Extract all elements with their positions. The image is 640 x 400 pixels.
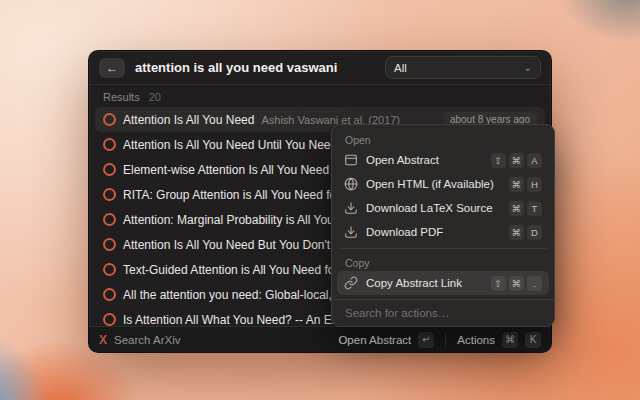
shortcut-key: ⇧: [491, 276, 506, 291]
arxiv-paper-icon: [103, 238, 116, 251]
menu-item-shortcut: ⇧⌘A: [491, 153, 543, 168]
menu-item[interactable]: Download LaTeX Source ⌘T: [337, 196, 549, 220]
menu-section-label: Open: [337, 130, 549, 148]
filter-value: All: [394, 62, 407, 74]
footer-bar: X Search ArXiv Open Abstract ↵ Actions ⌘…: [89, 326, 551, 352]
primary-action-label[interactable]: Open Abstract: [338, 334, 411, 346]
arxiv-paper-icon: [103, 188, 116, 201]
menu-item[interactable]: Copy Abstract Link ⇧⌘.: [337, 271, 549, 295]
arxiv-paper-icon: [103, 288, 116, 301]
arxiv-paper-icon: [103, 213, 116, 226]
shortcut-key: A: [527, 153, 542, 168]
result-title: Attention Is All You Need: [123, 113, 254, 127]
arxiv-paper-icon: [103, 313, 116, 326]
menu-item-shortcut: ⇧⌘.: [491, 276, 543, 291]
menu-divider: [339, 248, 547, 249]
menu-item-label: Download LaTeX Source: [366, 202, 501, 214]
back-arrow-icon: ←: [106, 61, 118, 75]
shortcut-key: ⇧: [491, 153, 506, 168]
shortcut-key: H: [527, 177, 542, 192]
actions-button[interactable]: Actions: [457, 334, 495, 346]
globe-icon: [344, 177, 358, 191]
menu-item[interactable]: Open HTML (if Available) ⌘H: [337, 172, 549, 196]
menu-item-shortcut: ⌘D: [509, 225, 543, 240]
menu-section-label: Copy: [337, 253, 549, 271]
menu-item-label: Copy Abstract Link: [366, 277, 483, 289]
menu-item-label: Open HTML (if Available): [366, 178, 501, 190]
cmd-key-icon: ⌘: [502, 332, 518, 348]
enter-key-icon: ↵: [418, 332, 434, 348]
search-bar: ← attention is all you need vaswani All …: [89, 51, 551, 84]
results-label: Results: [103, 91, 140, 103]
menu-item-label: Download PDF: [366, 226, 501, 238]
arxiv-paper-icon: [103, 263, 116, 276]
k-key-icon: K: [525, 332, 541, 348]
arxiv-paper-icon: [103, 113, 116, 126]
download-icon: [344, 225, 358, 239]
link-icon: [344, 276, 358, 290]
filter-dropdown[interactable]: All ⌄: [385, 56, 541, 79]
arxiv-paper-icon: [103, 138, 116, 151]
footer-divider: [445, 333, 446, 346]
actions-search: [332, 299, 554, 326]
arxiv-logo-icon: X: [99, 333, 107, 347]
actions-menu-body: Open Open Abstract ⇧⌘A Open HTML (if Ava…: [337, 130, 549, 295]
menu-item-shortcut: ⌘H: [509, 177, 543, 192]
menu-item-label: Open Abstract: [366, 154, 483, 166]
shortcut-key: ⌘: [509, 276, 525, 291]
back-button[interactable]: ←: [99, 58, 125, 78]
results-count: 20: [149, 91, 161, 103]
menu-item[interactable]: Open Abstract ⇧⌘A: [337, 148, 549, 172]
menu-item[interactable]: Download PDF ⌘D: [337, 220, 549, 244]
shortcut-key: ⌘: [509, 177, 525, 192]
chevron-down-icon: ⌄: [524, 63, 532, 73]
actions-search-input[interactable]: [345, 307, 541, 319]
shortcut-key: ⌘: [509, 225, 525, 240]
shortcut-key: T: [527, 201, 542, 216]
extension-name: Search ArXiv: [114, 334, 180, 346]
arxiv-paper-icon: [103, 163, 116, 176]
shortcut-key: .: [527, 276, 542, 291]
actions-menu: Open Open Abstract ⇧⌘A Open HTML (if Ava…: [331, 124, 555, 327]
search-input[interactable]: attention is all you need vaswani: [135, 60, 375, 75]
shortcut-key: ⌘: [509, 153, 525, 168]
shortcut-key: ⌘: [509, 201, 525, 216]
app-window-icon: [344, 153, 358, 167]
raycast-window: ← attention is all you need vaswani All …: [88, 50, 552, 353]
results-section-header: Results 20: [89, 85, 551, 107]
shortcut-key: D: [527, 225, 542, 240]
download-icon: [344, 201, 358, 215]
menu-item-shortcut: ⌘T: [509, 201, 543, 216]
result-title: Element-wise Attention Is All You Need: [123, 163, 329, 177]
